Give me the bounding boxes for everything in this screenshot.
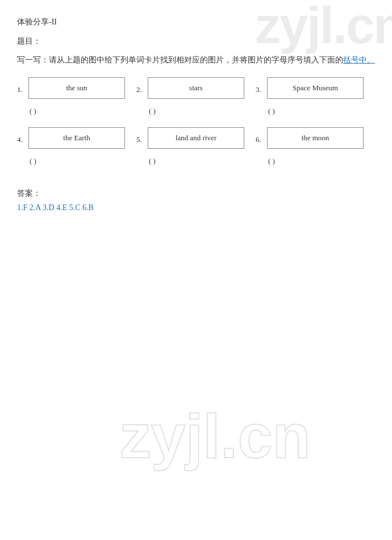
card-number-3: 3. (256, 85, 267, 94)
card-number-4: 4. (17, 135, 28, 144)
card-parens-3: ( ) (268, 107, 275, 116)
card-parens-5: ( ) (149, 157, 156, 166)
card-parens-2: ( ) (149, 107, 156, 116)
card-box-6: the moon (267, 127, 364, 149)
card-item-1: 1. the sun ( ) (17, 77, 136, 116)
watermark-bottom: zyjl.cn (120, 400, 311, 472)
card-item-4: 4. the Earth ( ) (17, 127, 136, 166)
instruction-text: 写一写：请从上题的图中给下列单词卡片找到相对应的图片，并将图片的字母序号填入下面… (17, 56, 343, 64)
instruction-highlight: 括号中。 (343, 56, 375, 64)
card-box-1: the sun (28, 77, 125, 99)
card-box-4: the Earth (28, 127, 125, 149)
card-box-3: Space Museum (267, 77, 364, 99)
section-title: 体验分享-II (17, 17, 375, 27)
answer-content: 1.F 2.A 3.D 4.E 5.C 6.B (17, 203, 375, 212)
card-number-2: 2. (136, 85, 148, 94)
answer-title: 答案： (17, 189, 375, 199)
card-item-6: 6. the moon ( ) (256, 127, 375, 166)
answer-section: 答案： 1.F 2.A 3.D 4.E 5.C 6.B (17, 189, 375, 212)
card-parens-6: ( ) (268, 157, 275, 166)
page-content: 体验分享-II 题目： 写一写：请从上题的图中给下列单词卡片找到相对应的图片，并… (0, 0, 392, 224)
card-item-5: 5. land and river ( ) (136, 127, 256, 166)
card-parens-1: ( ) (30, 107, 36, 116)
card-parens-4: ( ) (30, 157, 36, 166)
card-number-6: 6. (256, 135, 267, 144)
card-item-2: 2. stars ( ) (136, 77, 256, 116)
card-item-3: 3. Space Museum ( ) (256, 77, 375, 116)
instruction: 写一写：请从上题的图中给下列单词卡片找到相对应的图片，并将图片的字母序号填入下面… (17, 53, 375, 67)
card-box-5: land and river (148, 127, 244, 149)
card-number-5: 5. (136, 135, 148, 144)
question-label: 题目： (17, 36, 375, 47)
card-box-2: stars (148, 77, 244, 99)
card-number-1: 1. (17, 85, 28, 94)
cards-container: 1. the sun ( ) 2. stars ( ) 3. Space Mus… (17, 77, 375, 177)
